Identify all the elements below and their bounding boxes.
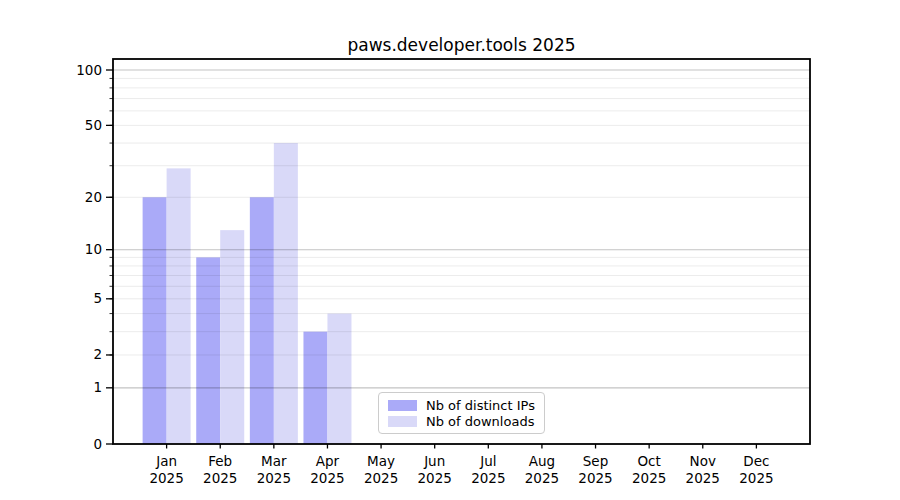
x-tick-year-dec: 2025	[739, 470, 773, 486]
x-tick-label-nov: Nov	[690, 453, 716, 469]
chart-title: paws.developer.tools 2025	[113, 35, 810, 55]
x-tick-label-apr: Apr	[316, 453, 340, 469]
x-tick-label-jul: Jul	[479, 453, 496, 469]
x-tick-label-jun: Jun	[423, 453, 445, 469]
x-tick-label-dec: Dec	[743, 453, 769, 469]
legend: Nb of distinct IPs Nb of downloads	[378, 392, 545, 434]
x-tick-label-feb: Feb	[208, 453, 232, 469]
x-tick-year-mar: 2025	[257, 470, 291, 486]
y-tick-label-5: 5	[93, 290, 102, 306]
y-tick-label-10: 10	[85, 241, 102, 257]
x-tick-year-jan: 2025	[149, 470, 183, 486]
x-tick-label-sep: Sep	[583, 453, 608, 469]
y-tick-label-0: 0	[93, 436, 102, 452]
x-tick-label-may: May	[367, 453, 395, 469]
y-tick-label-100: 100	[76, 62, 102, 78]
legend-item-downloads: Nb of downloads	[388, 414, 538, 429]
x-tick-year-feb: 2025	[203, 470, 237, 486]
bar-feb-distinct-ips	[196, 257, 220, 444]
x-tick-year-aug: 2025	[525, 470, 559, 486]
y-tick-label-1: 1	[93, 379, 102, 395]
bar-mar-distinct-ips	[250, 197, 274, 444]
x-tick-label-aug: Aug	[529, 453, 555, 469]
x-tick-label-jan: Jan	[155, 453, 177, 469]
legend-swatch-downloads	[388, 416, 417, 427]
bar-jan-downloads	[167, 168, 191, 444]
legend-item-distinct-ips: Nb of distinct IPs	[388, 398, 538, 413]
bar-apr-downloads	[327, 314, 351, 444]
x-tick-year-apr: 2025	[310, 470, 344, 486]
y-tick-label-20: 20	[85, 189, 102, 205]
x-tick-label-mar: Mar	[261, 453, 287, 469]
x-tick-year-jun: 2025	[418, 470, 452, 486]
bar-feb-downloads	[220, 230, 244, 444]
x-tick-year-nov: 2025	[686, 470, 720, 486]
x-tick-year-sep: 2025	[578, 470, 612, 486]
figure: 0125102050100Jan2025Feb2025Mar2025Apr202…	[0, 0, 900, 500]
bar-mar-downloads	[274, 143, 298, 444]
legend-label-distinct-ips: Nb of distinct IPs	[426, 398, 535, 413]
legend-label-downloads: Nb of downloads	[426, 414, 534, 429]
x-tick-year-oct: 2025	[632, 470, 666, 486]
x-tick-label-oct: Oct	[637, 453, 660, 469]
y-tick-label-2: 2	[93, 346, 102, 362]
y-tick-label-50: 50	[85, 117, 102, 133]
x-tick-year-may: 2025	[364, 470, 398, 486]
x-tick-year-jul: 2025	[471, 470, 505, 486]
legend-swatch-distinct-ips	[388, 400, 417, 411]
bar-jan-distinct-ips	[143, 197, 167, 444]
